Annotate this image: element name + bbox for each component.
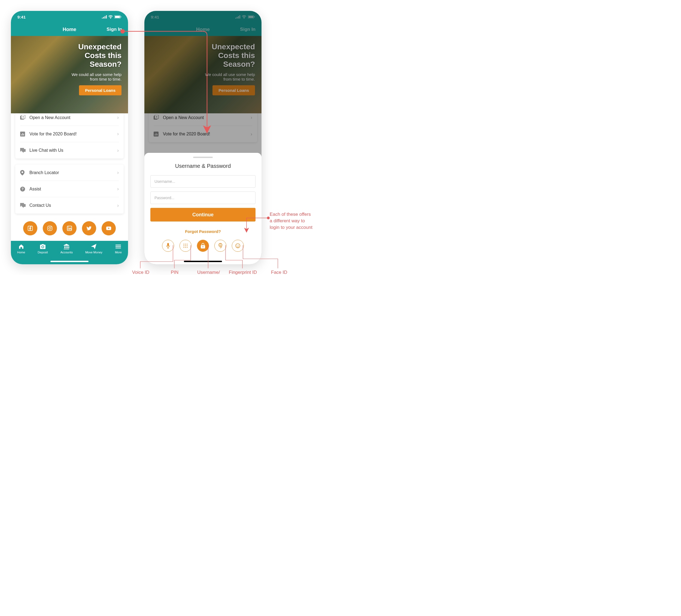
header-teal: 9:41 Home Sign In [11, 11, 128, 36]
svg-point-48 [267, 217, 270, 219]
svg-point-33 [185, 244, 186, 245]
row-label: Contact Us [29, 203, 117, 208]
sheet-title: Username & Password [150, 163, 255, 169]
battery-icon [115, 15, 122, 19]
svg-point-17 [68, 227, 69, 227]
tab-home[interactable]: Home [17, 244, 25, 264]
row-live-chat[interactable]: Live Chat with Us › [20, 142, 119, 158]
anno-face-id: Face ID [271, 270, 287, 275]
bank-icon [64, 244, 69, 250]
anno-voice-id: Voice ID [132, 270, 149, 275]
home-indicator [184, 261, 222, 262]
personal-loans-button[interactable]: Personal Loans [79, 85, 122, 95]
instagram-icon[interactable] [43, 221, 57, 236]
twitter-icon[interactable] [82, 221, 96, 236]
row-label: Vote for the 2020 Board! [29, 131, 117, 137]
login-methods [150, 240, 255, 252]
anno-fingerprint-id: Fingerprint ID [229, 270, 257, 275]
support-card: Branch Locator › ? Assist › Contact Us › [15, 165, 124, 214]
phone-signin: 9:41 Home Sign In Unexpected Costs this … [144, 11, 261, 264]
svg-rect-6 [21, 134, 22, 135]
row-label: Open a New Account [29, 115, 117, 120]
svg-rect-8 [23, 134, 24, 135]
svg-rect-7 [22, 133, 23, 135]
quick-actions-card: Open a New Account › Vote for the 2020 B… [15, 109, 124, 158]
linkedin-icon[interactable] [62, 221, 77, 236]
row-branch-locator[interactable]: Branch Locator › [20, 165, 119, 181]
phone-home: 9:41 Home Sign In Unexpected Costs this … [11, 11, 128, 264]
row-assist[interactable]: ? Assist › [20, 181, 119, 197]
help-icon: ? [20, 187, 29, 192]
sign-in-button[interactable]: Sign In [106, 27, 122, 32]
status-indicators [102, 15, 122, 19]
row-contact-us[interactable]: Contact Us › [20, 197, 119, 214]
fingerprint-id-button[interactable] [215, 240, 226, 252]
svg-point-35 [184, 245, 184, 246]
continue-button[interactable]: Continue [150, 208, 255, 222]
tab-label: Home [17, 251, 25, 254]
youtube-icon[interactable] [102, 221, 116, 236]
cards-area: Open a New Account › Vote for the 2020 B… [11, 109, 128, 236]
home-indicator [50, 261, 89, 262]
username-password-button[interactable] [197, 240, 209, 252]
svg-rect-43 [203, 247, 203, 247]
svg-rect-21 [116, 248, 121, 248]
signin-sheet: Username & Password Continue Forgot Pass… [144, 153, 261, 264]
row-label: Branch Locator [29, 170, 117, 175]
chevron-right-icon: › [117, 186, 119, 192]
menu-icon [116, 244, 121, 250]
poll-icon [20, 131, 29, 137]
hero-sub: We could all use some help from time to … [67, 72, 122, 81]
pin-button[interactable] [179, 240, 192, 252]
annotation-login-methods: Each of these offers a different way to … [270, 211, 312, 230]
svg-rect-19 [116, 245, 121, 245]
camera-icon [40, 244, 46, 250]
sheet-handle[interactable] [193, 157, 213, 158]
nav-title: Home [62, 27, 76, 32]
row-vote-board[interactable]: Vote for the 2020 Board! › [20, 126, 119, 142]
chat-icon [20, 148, 29, 153]
face-id-button[interactable] [232, 240, 244, 252]
tab-label: Deposit [37, 251, 48, 254]
anno-username-password: Username/ Password [197, 270, 220, 275]
send-icon [91, 244, 96, 250]
chat-icon [20, 203, 29, 208]
row-label: Assist [29, 187, 117, 192]
svg-point-13 [49, 227, 51, 229]
svg-rect-20 [116, 246, 121, 247]
hero-title: Unexpected Costs this Season? [78, 43, 122, 69]
svg-point-32 [184, 244, 184, 245]
chevron-right-icon: › [117, 115, 119, 120]
status-time: 9:41 [18, 15, 26, 19]
tab-deposit[interactable]: Deposit [37, 244, 48, 264]
chevron-right-icon: › [117, 131, 119, 137]
password-input[interactable] [150, 192, 255, 204]
home-icon [19, 244, 24, 250]
svg-point-40 [187, 247, 188, 248]
svg-point-39 [185, 247, 186, 248]
wifi-icon [108, 15, 113, 19]
svg-point-45 [237, 245, 237, 245]
svg-text:?: ? [22, 187, 23, 191]
anno-text: a different way to [270, 218, 312, 224]
username-input[interactable] [150, 175, 255, 188]
forgot-password-link[interactable]: Forgot Password? [150, 229, 255, 234]
svg-point-38 [184, 247, 184, 248]
svg-rect-2 [121, 16, 121, 18]
svg-point-46 [238, 245, 239, 245]
hero-title-l1: Unexpected [78, 43, 122, 51]
facebook-icon[interactable] [23, 221, 37, 236]
anno-text: login to your account [270, 224, 312, 231]
svg-rect-31 [167, 243, 169, 246]
anno-pin: PIN [171, 270, 178, 275]
chevron-right-icon: › [117, 203, 119, 208]
location-pin-icon [20, 170, 29, 175]
svg-point-36 [185, 245, 186, 246]
svg-point-34 [187, 244, 188, 245]
voice-id-button[interactable] [162, 240, 174, 252]
svg-rect-1 [115, 16, 120, 18]
hero-title-l2: Costs this [78, 51, 122, 60]
tab-more[interactable]: More [115, 244, 122, 264]
svg-rect-16 [68, 228, 69, 230]
svg-point-37 [187, 245, 188, 246]
